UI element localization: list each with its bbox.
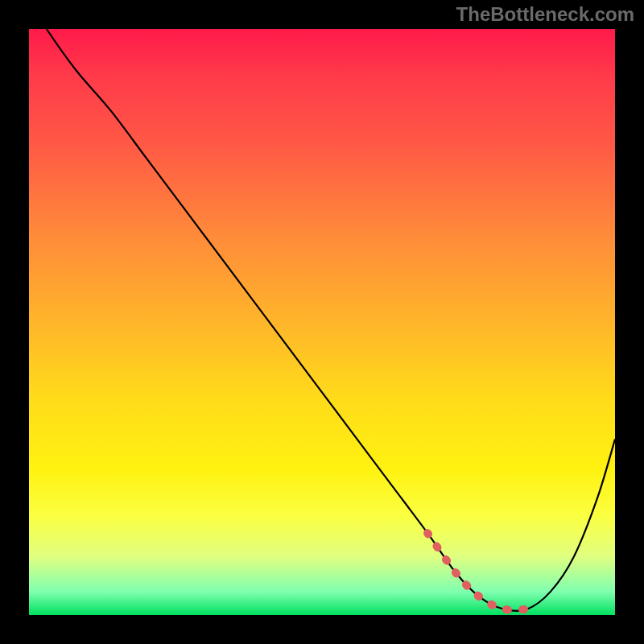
optimal-range-marker [427, 533, 527, 610]
watermark-text: TheBottleneck.com [456, 3, 634, 26]
bottleneck-curve-line [29, 29, 615, 611]
chart-svg [29, 29, 615, 615]
chart-plot-area [29, 29, 615, 615]
